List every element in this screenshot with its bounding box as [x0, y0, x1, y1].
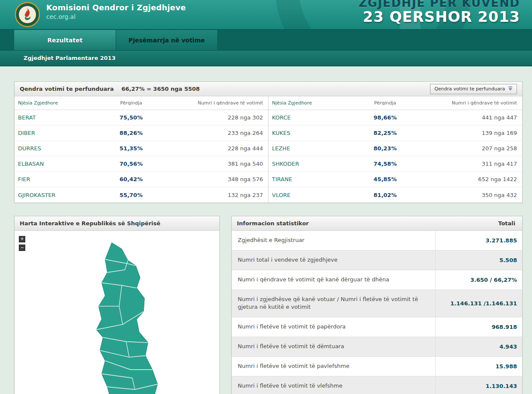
region-count: 132 nga 237	[162, 192, 268, 198]
table-row: BERAT 75,50% 228 nga 302	[15, 110, 268, 125]
region-count: 652 nga 1422	[416, 176, 522, 182]
region-link[interactable]: KORCE	[269, 114, 355, 121]
map-panel-header: Harta Interaktive e Republikës së Shqipë…	[15, 216, 219, 231]
region-percent: 80,23%	[355, 145, 416, 152]
region-percent: 75,50%	[101, 114, 162, 121]
region-percent: 55,70%	[101, 192, 162, 198]
region-link[interactable]: FIER	[15, 176, 101, 182]
results-panel: Qendra votimi te perfunduara 66,27% = 36…	[14, 81, 523, 203]
region-link[interactable]: SHKODER	[269, 161, 355, 167]
table-row: KORCE 98,66% 441 nga 447	[269, 110, 522, 125]
region-count: 348 nga 576	[162, 176, 268, 182]
zoom-out-button[interactable]: −	[19, 245, 25, 251]
table-row: DURRES 51,35% 228 nga 444	[15, 141, 268, 156]
region-count: 441 nga 447	[416, 114, 522, 121]
stat-value: 1.130.143	[436, 376, 522, 394]
map-zoom-controls: + −	[19, 236, 25, 251]
region-count: 207 nga 258	[416, 145, 522, 152]
col-numri: Numri i qëndrave të votimit	[416, 100, 522, 106]
subnav-bar: Zgjedhjet Parlamentare 2013	[0, 51, 532, 66]
stat-row: Numri i fletëve të votimit të papërdora …	[232, 317, 522, 337]
table-row: SHKODER 74,58% 311 nga 417	[269, 156, 522, 172]
results-header-row: Njësia Zgjedhore Përqindja Numri i qëndr…	[269, 96, 522, 110]
stat-value: 1.146.131 /1.146.131	[436, 290, 522, 317]
main-tabbar: Rezultatet Pjesëmarrja në votime	[0, 30, 532, 51]
region-link[interactable]: GJIROKASTER	[15, 192, 101, 198]
subnav-label[interactable]: Zgjedhjet Parlamentare 2013	[24, 55, 116, 61]
region-percent: 74,58%	[355, 161, 416, 167]
stats-panel: Informacion statistikor Totali Zgjedhësi…	[231, 216, 523, 394]
results-table-left: Njësia Zgjedhore Përqindja Numri i qëndr…	[15, 96, 268, 203]
map-panel: Harta Interaktive e Republikës së Shqipë…	[14, 216, 220, 394]
region-link[interactable]: DURRES	[15, 145, 101, 152]
stats-total-column-label: Totali	[498, 220, 517, 227]
albania-map[interactable]	[70, 233, 184, 394]
results-filter-dropdown-label: Qendra votimi te perfunduara	[434, 86, 505, 92]
cec-logo[interactable]	[15, 2, 40, 29]
stat-value: 3.271.885	[436, 231, 522, 250]
region-percent: 82,25%	[355, 130, 416, 136]
stat-row: Numri i zgjedhësve që kanë votuar / Numr…	[232, 290, 522, 318]
region-percent: 70,56%	[101, 161, 162, 167]
stat-label: Numri total i vendeve të zgjedhjeve	[232, 251, 436, 270]
region-percent: 45,85%	[355, 176, 416, 182]
region-count: 381 nga 540	[162, 161, 268, 167]
tab-pjesemarrja[interactable]: Pjesëmarrja në votime	[116, 30, 217, 50]
site-url-link[interactable]: cec.org.al	[46, 13, 186, 20]
tab-rezultatet[interactable]: Rezultatet	[14, 30, 116, 50]
stat-row: Zgjedhësit e Regjistruar 3.271.885	[232, 231, 522, 251]
region-link[interactable]: DIBER	[15, 130, 101, 136]
election-banner: ZGJEDHJE PËR KUVEND 23 QERSHOR 2013	[359, 0, 520, 25]
sort-dropdown-icon	[508, 86, 513, 92]
region-link[interactable]: BERAT	[15, 114, 101, 121]
table-row: KUKES 82,25% 139 nga 169	[269, 125, 522, 141]
stat-value: 968.918	[436, 317, 522, 337]
region-percent: 98,66%	[355, 114, 416, 121]
stat-row: Numri i fletëve të votimit të vlefshme 1…	[232, 376, 522, 394]
map-panel-title: Harta Interaktive e Republikës së Shqipë…	[20, 220, 160, 227]
stat-label: Numri i zgjedhësve që kanë votuar / Numr…	[232, 290, 436, 317]
region-link[interactable]: VLORE	[269, 192, 355, 198]
region-link[interactable]: LEZHE	[269, 145, 355, 152]
interactive-map[interactable]: + −	[15, 231, 219, 394]
region-count: 228 nga 302	[162, 114, 268, 121]
stat-label: Numri i fletëve të votimit të papërdora	[232, 317, 436, 337]
stat-value: 5.508	[436, 251, 522, 270]
stat-label: Numri i fletëve të votimit të dëmtuara	[232, 337, 436, 356]
table-row: DIBER 88,26% 233 nga 264	[15, 125, 268, 141]
region-link[interactable]: ELBASAN	[15, 161, 101, 167]
region-count: 228 nga 444	[162, 145, 268, 152]
stat-label: Numri i qëndrave të votimit që kanë dërg…	[232, 270, 436, 290]
results-table-right: Njësia Zgjedhore Përqindja Numri i qëndr…	[268, 96, 522, 203]
stat-row: Numri i qëndrave të votimit që kanë dërg…	[232, 270, 522, 290]
col-numri: Numri i qëndrave të votimit	[162, 100, 268, 106]
site-title: Komisioni Qendror i Zgjedhjeve	[46, 3, 186, 12]
banner-election-date: 23 QERSHOR 2013	[359, 8, 520, 25]
region-percent: 51,35%	[101, 145, 162, 152]
results-header-row: Njësia Zgjedhore Përqindja Numri i qëndr…	[15, 96, 268, 110]
stat-row: Numri i fletëve të votimit të pavlefshme…	[232, 357, 522, 376]
results-filter-dropdown[interactable]: Qendra votimi te perfunduara	[430, 84, 517, 94]
region-count: 139 nga 169	[416, 130, 522, 136]
results-summary: 66,27% = 3650 nga 5508	[122, 86, 200, 92]
bottom-section: Harta Interaktive e Republikës së Shqipë…	[14, 216, 523, 394]
main-content: Qendra votimi te perfunduara 66,27% = 36…	[0, 66, 532, 394]
region-count: 311 nga 417	[416, 161, 522, 167]
stat-label: Numri i fletëve të votimit të vlefshme	[232, 376, 436, 394]
col-njesia: Njësia Zgjedhore	[269, 100, 355, 106]
stat-row: Numri i fletëve të votimit të dëmtuara 4…	[232, 337, 522, 357]
table-row: FIER 60,42% 348 nga 576	[15, 172, 268, 187]
stat-label: Numri i fletëve të votimit të pavlefshme	[232, 357, 436, 376]
region-percent: 88,26%	[101, 130, 162, 136]
region-link[interactable]: KUKES	[269, 130, 355, 136]
region-count: 233 nga 264	[162, 130, 268, 136]
region-link[interactable]: TIRANE	[269, 176, 355, 182]
results-table: Njësia Zgjedhore Përqindja Numri i qëndr…	[15, 96, 522, 203]
table-row: LEZHE 80,23% 207 nga 258	[269, 141, 522, 156]
zoom-in-button[interactable]: +	[19, 236, 25, 242]
table-row: VLORE 81,02% 350 nga 432	[269, 187, 522, 203]
results-panel-title: Qendra votimi te perfunduara	[20, 86, 114, 92]
stat-value: 15.988	[436, 357, 522, 376]
stat-value: 4.943	[436, 337, 522, 356]
brand-block: Komisioni Qendror i Zgjedhjeve cec.org.a…	[46, 3, 186, 20]
